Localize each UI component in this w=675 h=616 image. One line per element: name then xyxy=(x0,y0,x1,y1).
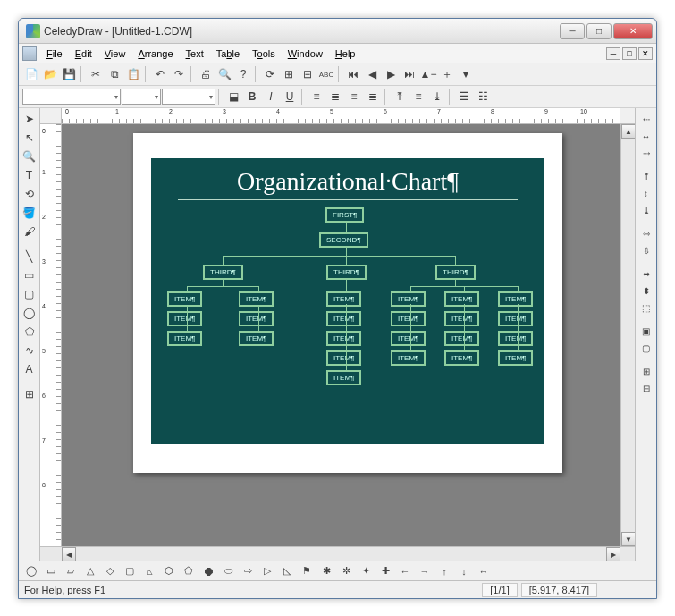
scroll-down-button[interactable]: ▼ xyxy=(621,532,635,546)
minimize-button[interactable]: ─ xyxy=(560,23,585,39)
redo-button[interactable]: ↷ xyxy=(170,65,188,83)
underline-button[interactable]: U xyxy=(281,88,299,105)
shape-cylinder[interactable]: ⬭ xyxy=(219,563,237,579)
fill-tool[interactable]: 🪣 xyxy=(21,204,38,222)
last-page-button[interactable]: ⏭ xyxy=(401,65,418,83)
node-third-2[interactable]: THIRD¶ xyxy=(326,265,367,280)
close-button[interactable]: ✕ xyxy=(613,23,653,39)
chart-title[interactable]: Organizational·Chart¶ xyxy=(151,158,544,199)
same-width[interactable]: ⬌ xyxy=(637,266,655,282)
node-item[interactable]: ITEM¶ xyxy=(444,311,479,326)
menu-arrange[interactable]: Arrange xyxy=(131,46,179,61)
prev-page-button[interactable]: ◀ xyxy=(363,65,381,83)
help-button[interactable]: ? xyxy=(234,65,252,83)
rect-tool[interactable]: ▭ xyxy=(21,266,38,284)
node-item[interactable]: ITEM¶ xyxy=(444,331,479,346)
ellipse-tool[interactable]: ◯ xyxy=(21,304,38,322)
node-item[interactable]: ITEM¶ xyxy=(326,311,361,326)
shape-gear1[interactable]: ✱ xyxy=(317,563,335,579)
horizontal-ruler[interactable]: 012345678910 xyxy=(62,108,620,124)
align-bottom-objects[interactable]: ⤓ xyxy=(637,202,655,218)
shape-roundrect[interactable]: ▢ xyxy=(121,563,139,579)
menu-tools[interactable]: Tools xyxy=(246,46,282,61)
node-item[interactable]: ITEM¶ xyxy=(326,291,361,307)
shape-hexagon[interactable]: ⬡ xyxy=(160,563,178,579)
shape-octagon[interactable]: ⯃ xyxy=(199,563,217,579)
node-item[interactable]: ITEM¶ xyxy=(326,331,361,346)
italic-button[interactable]: I xyxy=(262,88,280,105)
zoom-tool[interactable]: 🔍 xyxy=(21,148,38,165)
shape-flag[interactable]: ⚑ xyxy=(298,563,316,579)
node-item[interactable]: ITEM¶ xyxy=(444,291,479,307)
distribute-v[interactable]: ⇳ xyxy=(637,242,655,258)
undo-button[interactable]: ↶ xyxy=(151,65,169,83)
scroll-up-button[interactable]: ▲ xyxy=(621,124,635,139)
align-center-objects[interactable]: ↔ xyxy=(637,128,655,144)
font-color-button[interactable]: ⬓ xyxy=(224,88,242,105)
grid-button[interactable]: ⊞ xyxy=(280,65,298,83)
open-button[interactable]: 📂 xyxy=(41,65,59,83)
ungroup-button[interactable]: ⊟ xyxy=(637,380,655,396)
node-tool[interactable]: ↖ xyxy=(21,129,38,147)
node-item[interactable]: ITEM¶ xyxy=(167,291,202,307)
paste-button[interactable]: 📋 xyxy=(124,65,142,83)
snap-button[interactable]: ⊟ xyxy=(299,65,316,83)
mdi-minimize-button[interactable]: ─ xyxy=(606,47,620,60)
align-left-objects[interactable]: ⤎ xyxy=(637,111,655,127)
scroll-left-button[interactable]: ◀ xyxy=(62,547,76,561)
node-item[interactable]: ITEM¶ xyxy=(167,311,202,326)
node-item[interactable]: ITEM¶ xyxy=(239,311,274,326)
align-middle-objects[interactable]: ↕ xyxy=(637,185,655,201)
shape-gear2[interactable]: ✲ xyxy=(337,563,355,579)
roundrect-tool[interactable]: ▢ xyxy=(21,285,38,303)
menu-edit[interactable]: Edit xyxy=(69,46,98,61)
table-tool[interactable]: ⊞ xyxy=(21,385,38,403)
group-button[interactable]: ⊞ xyxy=(637,363,655,379)
node-item[interactable]: ITEM¶ xyxy=(391,350,426,366)
menu-table[interactable]: Table xyxy=(210,46,246,61)
shape-ellipse[interactable]: ◯ xyxy=(22,563,40,579)
remove-page-button[interactable]: ▲− xyxy=(419,65,437,83)
shape-arrow-d[interactable]: ↓ xyxy=(455,563,473,579)
vertical-scrollbar[interactable]: ▲ ▼ xyxy=(620,124,635,546)
shape-arrow-u[interactable]: ↑ xyxy=(435,563,453,579)
pointer-tool[interactable]: ➤ xyxy=(21,110,38,128)
copy-button[interactable]: ⧉ xyxy=(105,65,123,83)
titlebar[interactable]: CeledyDraw - [Untitled-1.CDW] ─ □ ✕ xyxy=(19,19,656,44)
refresh-button[interactable]: ⟳ xyxy=(261,65,279,83)
shape-triangle[interactable]: △ xyxy=(81,563,99,579)
shape-diamond[interactable]: ◇ xyxy=(101,563,119,579)
align-right-objects[interactable]: ⤏ xyxy=(637,145,655,161)
node-third-1[interactable]: THIRD¶ xyxy=(203,265,243,280)
scroll-right-button[interactable]: ▶ xyxy=(606,547,620,561)
brush-tool[interactable]: 🖌 xyxy=(21,223,38,240)
style-combo[interactable] xyxy=(162,89,215,105)
node-item[interactable]: ITEM¶ xyxy=(326,370,361,385)
node-item[interactable]: ITEM¶ xyxy=(326,350,361,366)
menu-file[interactable]: File xyxy=(40,46,69,61)
save-button[interactable]: 💾 xyxy=(60,65,78,83)
next-page-button[interactable]: ▶ xyxy=(382,65,400,83)
valign-bottom-button[interactable]: ⤓ xyxy=(428,88,446,105)
align-right-button[interactable]: ≡ xyxy=(345,88,363,105)
mdi-close-button[interactable]: ✕ xyxy=(638,47,653,60)
bullets-button[interactable]: ☰ xyxy=(455,88,473,105)
menu-window[interactable]: Window xyxy=(282,46,329,61)
mdi-restore-button[interactable]: □ xyxy=(622,47,637,60)
new-button[interactable]: 📄 xyxy=(22,65,40,83)
polygon-tool[interactable]: ⬠ xyxy=(21,323,38,341)
horizontal-scrollbar[interactable]: ◀ ▶ xyxy=(40,546,635,561)
shape-trapezoid[interactable]: ⏢ xyxy=(140,563,158,579)
node-item[interactable]: ITEM¶ xyxy=(239,331,274,346)
menu-text[interactable]: Text xyxy=(180,46,210,61)
valign-middle-button[interactable]: ≡ xyxy=(409,88,427,105)
rotate-tool[interactable]: ⟲ xyxy=(21,185,38,203)
texttool2[interactable]: A xyxy=(21,360,38,378)
distribute-h[interactable]: ⇿ xyxy=(637,225,655,241)
first-page-button[interactable]: ⏮ xyxy=(344,65,362,83)
print-button[interactable]: 🖨 xyxy=(197,65,215,83)
menu-help[interactable]: Help xyxy=(329,46,362,61)
node-item[interactable]: ITEM¶ xyxy=(498,311,533,326)
shape-pentagon[interactable]: ⬠ xyxy=(180,563,198,579)
bring-front[interactable]: ▣ xyxy=(637,323,655,339)
